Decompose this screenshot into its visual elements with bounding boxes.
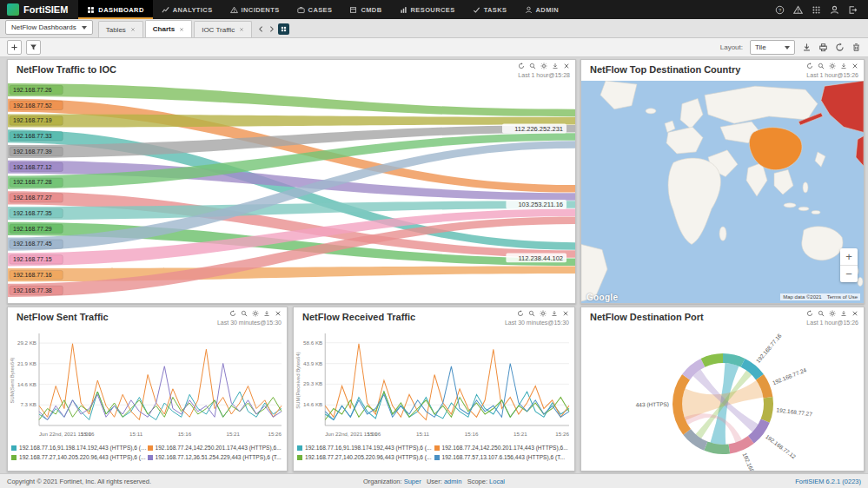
settings-icon[interactable] <box>540 63 547 69</box>
org-label: Organization: <box>363 478 402 485</box>
chord-segment[interactable] <box>701 353 723 367</box>
tabs-scroll-right-button[interactable] <box>268 25 275 33</box>
export-icon[interactable] <box>263 310 270 317</box>
dashboard-bar: NetFlow Dashboards TablesChartsIOC Traff… <box>0 19 868 38</box>
svg-text:58.6 KB: 58.6 KB <box>303 340 322 346</box>
delete-icon[interactable] <box>851 43 861 52</box>
settings-icon[interactable] <box>829 63 836 69</box>
chevron-down-icon <box>785 46 790 49</box>
export-icon[interactable] <box>552 63 559 69</box>
scope-value: Local <box>489 478 505 485</box>
dashboard-content: NetFlow Traffic to IOC Last 1 hour@15:28… <box>0 57 868 474</box>
legend-swatch-icon <box>297 455 302 460</box>
map-zoom-in-button[interactable]: + <box>840 248 858 265</box>
nav-item-cases[interactable]: CASES <box>288 0 341 19</box>
legend-item: 192.168.77.24,142.250.201.174,443 (HTTPS… <box>434 443 572 452</box>
legend-swatch-icon <box>11 455 17 460</box>
nav-item-incidents[interactable]: INCIDENTS <box>222 0 288 19</box>
tab-ioc-traffic[interactable]: IOC Traffic <box>194 21 252 37</box>
close-icon[interactable] <box>851 310 858 317</box>
nav-item-analytics[interactable]: ANALYTICS <box>153 0 222 19</box>
user-icon[interactable] <box>830 5 839 15</box>
close-icon[interactable] <box>275 310 282 317</box>
layout-select[interactable]: Tile <box>750 40 795 55</box>
svg-text:43.9 KB: 43.9 KB <box>303 360 322 366</box>
alerts-icon[interactable] <box>793 5 803 15</box>
search-icon[interactable] <box>529 63 536 69</box>
line-series <box>325 344 569 420</box>
svg-text:15:21: 15:21 <box>226 431 240 437</box>
panel-title: NetFlow Top Destination Country <box>590 64 740 75</box>
refresh-icon[interactable] <box>806 63 813 69</box>
panel-netflow-traffic-to-ioc: NetFlow Traffic to IOC Last 1 hour@15:28… <box>7 59 576 304</box>
map-data-credit: Map data ©2021 <box>783 294 821 300</box>
sankey-source-label: 192.168.77.16 <box>13 272 52 278</box>
filter-button[interactable] <box>26 40 41 55</box>
panel-action-icons <box>806 310 858 317</box>
tabs-scroll-left-button[interactable] <box>257 25 265 33</box>
apps-icon[interactable] <box>812 5 821 15</box>
legend-swatch-icon <box>11 445 17 451</box>
search-icon[interactable] <box>241 310 248 317</box>
sent-traffic-chart: 7.3 KB14.6 KB21.9 KB29.2 KBJun 22nd, 202… <box>8 328 287 441</box>
settings-icon[interactable] <box>252 310 259 317</box>
tab-charts[interactable]: Charts <box>145 20 192 37</box>
help-icon[interactable] <box>775 5 785 15</box>
dashboard-selector[interactable]: NetFlow Dashboards <box>5 20 93 35</box>
svg-text:15:06: 15:06 <box>368 431 381 437</box>
svg-text:15:16: 15:16 <box>465 431 479 437</box>
nav-item-dashboard[interactable]: DASHBOARD <box>78 0 152 19</box>
sankey-source-label: 192.168.77.19 <box>13 117 52 123</box>
nav-item-resources[interactable]: RESOURCES <box>391 0 464 19</box>
sankey-source-label: 192.168.77.52 <box>13 102 52 109</box>
svg-text:15:26: 15:26 <box>555 431 569 437</box>
close-tab-icon[interactable] <box>130 27 136 32</box>
tab-nav <box>257 23 289 35</box>
close-tab-icon[interactable] <box>179 27 184 32</box>
map-zoom-out-button[interactable]: − <box>840 266 858 282</box>
refresh-icon[interactable] <box>517 310 524 317</box>
tab-tables[interactable]: Tables <box>98 21 143 37</box>
refresh-icon[interactable] <box>518 63 525 69</box>
warning-icon <box>230 6 238 14</box>
export-icon[interactable] <box>840 310 847 317</box>
logout-icon[interactable] <box>848 5 858 15</box>
refresh-icon[interactable] <box>835 43 845 52</box>
dashboard-grid-icon[interactable] <box>278 23 289 35</box>
print-icon[interactable] <box>818 43 828 52</box>
search-icon[interactable] <box>528 310 535 317</box>
panel-title: NetFlow Traffic to IOC <box>17 64 116 75</box>
close-icon[interactable] <box>562 310 569 317</box>
refresh-icon[interactable] <box>806 310 813 317</box>
nav-item-tasks[interactable]: TASKS <box>464 0 516 19</box>
grid-icon <box>87 6 95 14</box>
chart-icon <box>162 6 169 14</box>
chord-segment[interactable] <box>761 397 773 423</box>
world-map[interactable] <box>581 81 864 303</box>
add-widget-button[interactable] <box>7 40 22 55</box>
export-icon[interactable] <box>551 310 558 317</box>
bars-icon <box>400 6 407 14</box>
download-icon[interactable] <box>802 43 812 52</box>
refresh-icon[interactable] <box>229 310 236 317</box>
sankey-link[interactable] <box>8 114 575 127</box>
sankey-link[interactable] <box>8 267 575 282</box>
close-tab-icon[interactable] <box>239 27 244 32</box>
sankey-destination-label: 112.226.252.231 <box>514 125 563 133</box>
legend-label: 192.168.77.57,13.107.6.156,443 (HTTPS),6… <box>442 452 566 462</box>
settings-icon[interactable] <box>540 310 547 317</box>
panel-netflow-sent-traffic: NetFlow Sent Traffic Last 30 minutes@15:… <box>7 307 288 472</box>
search-icon[interactable] <box>818 310 825 317</box>
sankey-chart: 192.168.77.26192.168.77.52192.168.77.191… <box>8 81 575 303</box>
search-icon[interactable] <box>818 63 825 69</box>
nav-item-admin[interactable]: ADMIN <box>516 0 568 19</box>
close-icon[interactable] <box>563 63 570 69</box>
close-icon[interactable] <box>851 63 858 69</box>
nav-item-cmdb[interactable]: CMDB <box>341 0 390 19</box>
export-icon[interactable] <box>840 63 847 69</box>
map-terms-link[interactable]: Terms of Use <box>827 294 858 300</box>
panel-title: NetFlow Received Traffic <box>302 312 415 322</box>
destination-port-chord-chart: 192.168.77.16192.168.77.24192.168.77.271… <box>581 328 864 471</box>
settings-icon[interactable] <box>829 310 836 317</box>
sankey-source-label: 192.168.77.33 <box>13 133 52 139</box>
